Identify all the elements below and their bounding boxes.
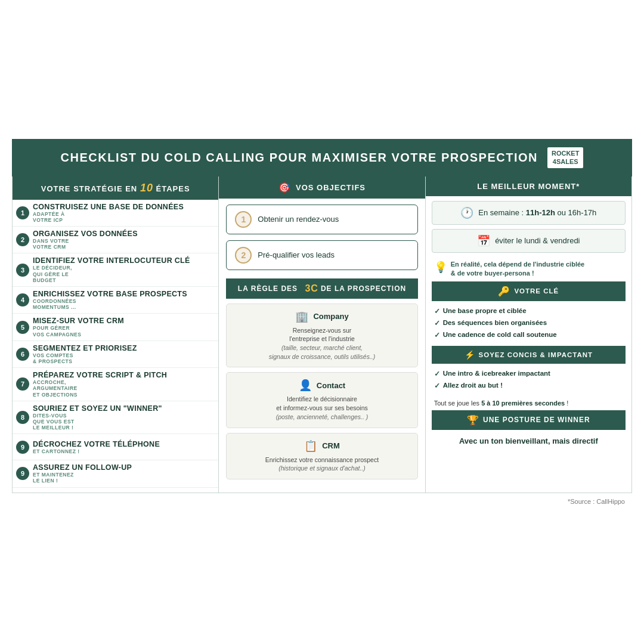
time-text-1: En semaine : 11h-12h ou 16h-17h [478, 208, 596, 217]
step-item-8: 8 Souriez et soyez un "winner" DITES-VOU… [13, 401, 218, 435]
check-item: Allez droit au but ! [434, 380, 623, 392]
impact-note: Tout se joue les 5 à 10 premières second… [432, 397, 626, 410]
step-num: 8 [16, 411, 29, 424]
step-item-6: 6 Segmentez et priorisez VOS COMPTES & P… [13, 341, 218, 368]
step-sub: COORDONNÉES MOMENTUMS ... [33, 298, 213, 310]
col2-header: 🎯 VOS OBJECTIFS [219, 177, 425, 199]
step-label: Assurez un follow-up [33, 463, 213, 472]
step-main: Assurez un follow-up ET MAINTENEZ LE LIE… [33, 463, 213, 484]
obj-num: 1 [235, 211, 252, 228]
step-item-9: 9 Décrochez votre téléphone ET CARTONNEZ… [13, 434, 218, 460]
step-main: Segmentez et priorisez VOS COMPTES & PRO… [33, 344, 213, 364]
right-column: LE MEILLEUR MOMENT* 🕐 En semaine : 11h-1… [426, 177, 631, 493]
step-item-5: 5 Misez-sur votre CRM POUR GÉRER VOS CAM… [13, 314, 218, 340]
left-column: VOTRE STRATÉGIE EN 10 étapes 1 Construis… [13, 177, 219, 493]
step-sub: LE DÉCIDEUR, QUI GÈRE LE BUDGET [33, 265, 213, 283]
step-num: 9 [16, 441, 29, 454]
step-label: Segmentez et priorisez [33, 344, 213, 352]
step-sub: ADAPTÉE À VOTRE ICP [33, 211, 213, 223]
step-sub: DANS VOTRE VOTRE CRM [33, 238, 213, 250]
obj-text: Pré-qualifier vos leads [258, 250, 335, 259]
time-card-2: 📅 éviter le lundi & vendredi [432, 229, 626, 253]
step-sub: DITES-VOUS QUE VOUS EST LE MEILLEUR ! [33, 413, 213, 431]
rule-card-icon: 👤 [299, 379, 312, 392]
rule-card-title: 📋 CRM [234, 439, 410, 453]
time-card-1: 🕐 En semaine : 11h-12h ou 16h-17h [432, 201, 626, 225]
main-title-bar: CHECKLIST DU COLD CALLING POUR MAXIMISER… [12, 139, 632, 176]
step-label: Misez-sur votre CRM [33, 317, 213, 325]
check-item: Des séquences bien organisées [434, 317, 623, 329]
source-note: *Source : CallHippo [12, 493, 632, 505]
step-main: Préparez votre script & pitch ACCROCHE, … [33, 371, 213, 398]
hint-text: 💡 En réalité, cela dépend de l'industrie… [432, 257, 626, 281]
rule-card-title: 🏢 Company [234, 310, 410, 323]
step-num: 1 [16, 206, 29, 219]
step-main: Identifiez votre interlocuteur clé LE DÉ… [33, 256, 213, 283]
step-sub: ACCROCHE, ARGUMENTAIRE ET OBJECTIONS [33, 379, 213, 398]
rule-card-desc: Renseignez-vous sur l'entreprise et l'in… [234, 326, 410, 361]
step-num: 2 [16, 233, 29, 246]
key-header: 🔑 VOTRE CLÉ [432, 281, 626, 301]
step-sub: ET CARTONNEZ ! [33, 448, 213, 454]
step-label: Décrochez votre téléphone [33, 440, 213, 448]
obj-item-1: 1 Obtenir un rendez-vous [226, 205, 417, 234]
step-item-7: 7 Préparez votre script & pitch ACCROCHE… [13, 368, 218, 401]
step-label: Organisez vos données [33, 230, 213, 238]
rule-card-desc: Identifiez le décisionnaire et informez-… [234, 395, 410, 421]
check-item: Une intro & icebreaker impactant [434, 368, 623, 380]
main-title: CHECKLIST DU COLD CALLING POUR MAXIMISER… [61, 151, 538, 165]
step-label: Souriez et soyez un "winner" [33, 404, 213, 413]
rule-card-1: 🏢 Company Renseignez-vous sur l'entrepri… [226, 304, 417, 368]
obj-item-2: 2 Pré-qualifier vos leads [226, 240, 417, 270]
step-item-3: 3 Identifiez votre interlocuteur clé LE … [13, 253, 218, 287]
step-item-10: 9 Assurez un follow-up ET MAINTENEZ LE L… [13, 460, 218, 487]
col1-header: VOTRE STRATÉGIE EN 10 étapes [13, 177, 218, 200]
step-label: Identifiez votre interlocuteur clé [33, 256, 213, 265]
rule-card-icon: 📋 [304, 439, 317, 453]
step-num: 7 [16, 377, 29, 391]
obj-num: 2 [235, 247, 252, 264]
objectives-list: 1 Obtenir un rendez-vous 2 Pré-qualifier… [219, 205, 425, 270]
middle-column: 🎯 VOS OBJECTIFS 1 Obtenir un rendez-vous… [219, 177, 425, 493]
step-label: Construisez une base de données [33, 203, 213, 211]
step-item-4: 4 Enrichissez votre base prospects COORD… [13, 287, 218, 314]
columns-container: VOTRE STRATÉGIE EN 10 étapes 1 Construis… [12, 177, 632, 493]
step-main: Enrichissez votre base prospects COORDON… [33, 290, 213, 310]
impact-checks: Une intro & icebreaker impactantAllez dr… [432, 368, 626, 392]
key-checks: Une base propre et cibléeDes séquences b… [432, 305, 626, 341]
step-sub: VOS COMPTES & PROSPECTS [33, 352, 213, 364]
rule-header: LA RÈGLE DES 3C DE LA PROSPECTION [226, 278, 417, 299]
time-text-2: éviter le lundi & vendredi [495, 236, 580, 245]
right-section: 🕐 En semaine : 11h-12h ou 16h-17h 📅 évit… [432, 196, 626, 448]
rule-card-icon: 🏢 [295, 310, 308, 323]
col3-header: LE MEILLEUR MOMENT* [426, 177, 631, 196]
check-item: Une cadence de cold call soutenue [434, 329, 623, 341]
winner-desc: Avec un ton bienveillant, mais directif [432, 434, 626, 448]
rule-card-title: 👤 Contact [234, 379, 410, 392]
step-num: 6 [16, 348, 29, 361]
obj-text: Obtenir un rendez-vous [258, 215, 339, 224]
infographic-container: CHECKLIST DU COLD CALLING POUR MAXIMISER… [12, 139, 632, 504]
step-main: Construisez une base de données ADAPTÉE … [33, 203, 213, 223]
rule-card-desc: Enrichissez votre connaissance prospect … [234, 456, 410, 473]
step-label: Préparez votre script & pitch [33, 371, 213, 379]
col1-header-text: VOTRE STRATÉGIE EN 10 étapes [41, 182, 190, 194]
step-main: Décrochez votre téléphone ET CARTONNEZ ! [33, 440, 213, 454]
step-num: 4 [16, 293, 29, 306]
step-num: 3 [16, 264, 29, 277]
winner-header: 🏆 UNE POSTURE DE WINNER [432, 410, 626, 430]
impact-header: ⚡ SOYEZ CONCIS & IMPACTANT [432, 346, 626, 364]
rule-cards-list: 🏢 Company Renseignez-vous sur l'entrepri… [219, 304, 425, 479]
step-main: Misez-sur votre CRM POUR GÉRER VOS CAMPA… [33, 317, 213, 337]
step-label: Enrichissez votre base prospects [33, 290, 213, 298]
check-item: Une base propre et ciblée [434, 305, 623, 317]
step-item-2: 2 Organisez vos données DANS VOTRE VOTRE… [13, 227, 218, 253]
step-item-1: 1 Construisez une base de données ADAPTÉ… [13, 200, 218, 227]
step-main: Organisez vos données DANS VOTRE VOTRE C… [33, 230, 213, 250]
steps-list: 1 Construisez une base de données ADAPTÉ… [13, 200, 218, 488]
rule-card-2: 👤 Contact Identifiez le décisionnaire et… [226, 372, 417, 428]
step-main: Souriez et soyez un "winner" DITES-VOUS … [33, 404, 213, 431]
rocket-logo: ROCKET 4SALES [547, 147, 583, 168]
step-sub: ET MAINTENEZ LE LIEN ! [33, 472, 213, 484]
step-sub: POUR GÉRER VOS CAMPAGNES [33, 325, 213, 337]
